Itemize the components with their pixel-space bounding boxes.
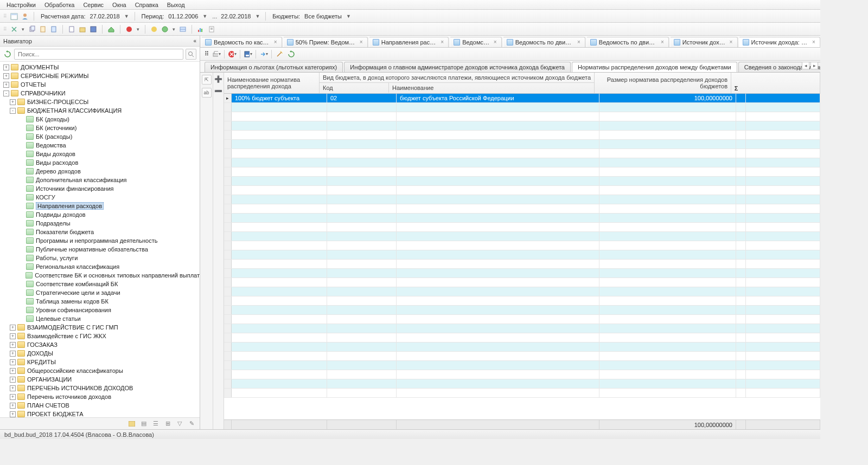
table-row[interactable] [224,195,820,204]
tree-node[interactable]: Работы, услуги [0,254,200,262]
tree-node[interactable]: +Взаимодействие с ГИС ЖКХ [0,332,200,340]
cell[interactable] [232,214,327,222]
cell[interactable] [599,214,736,222]
table-row[interactable]: ▸100% бюджет субъекта02бюджет субъекта Р… [224,94,820,103]
calendar-icon[interactable] [10,12,18,21]
table-row[interactable] [224,278,820,287]
cell[interactable] [397,343,599,351]
table-row[interactable] [224,140,820,149]
cell[interactable] [232,269,327,277]
report-icon[interactable] [207,25,216,34]
forward-icon[interactable]: ▾ [259,50,268,59]
twisty-icon[interactable]: + [10,403,16,409]
calc-date-value[interactable]: 27.02.2018 [90,13,120,20]
subtab[interactable]: Информация о главном администраторе дохо… [344,62,571,72]
gear-green-icon[interactable] [161,25,169,34]
cell[interactable] [397,333,599,342]
close-icon[interactable]: × [576,40,582,45]
twisty-icon[interactable]: + [10,385,16,391]
cell[interactable] [599,306,736,314]
doctab[interactable]: Источник дохода× [670,37,738,47]
table-row[interactable] [224,149,820,158]
cell[interactable] [397,370,599,379]
col-sigma[interactable]: Σ [731,73,741,93]
doctab[interactable]: 50% Прием: Ведомос...× [283,37,368,47]
cell[interactable] [397,103,599,112]
cell[interactable] [232,343,327,351]
cell[interactable] [599,112,736,121]
cell[interactable] [327,121,397,130]
cell[interactable] [327,324,397,333]
delete-icon[interactable]: ▾ [228,50,237,59]
period-from-dropdown[interactable]: ▼ [201,14,208,19]
cell[interactable] [232,306,327,314]
cell[interactable] [397,352,599,360]
table-row[interactable] [224,232,820,241]
period-to-dropdown[interactable]: ▼ [254,14,261,19]
tree-node[interactable]: +Общероссийские классификаторы [0,366,200,375]
tree-node[interactable]: Целевые статьи [0,314,200,323]
cell[interactable] [599,121,736,130]
table-row[interactable] [224,158,820,167]
table-row[interactable] [224,269,820,278]
tree-node[interactable]: +ДОХОДЫ [0,349,200,358]
tree-node[interactable]: +ВЗАИМОДЕЙСТВИЕ С ГИС ГМП [0,323,200,332]
subtab[interactable]: Нормативы распределения доходов между бю… [572,62,737,73]
cell[interactable] [397,361,599,370]
cell[interactable] [327,389,397,397]
tree-node[interactable]: Дополнительная классификация [0,176,200,184]
user-icon[interactable] [21,12,29,21]
cell[interactable] [599,149,736,158]
cell[interactable] [232,177,327,185]
calc-date-dropdown[interactable]: ▼ [123,14,130,19]
tree-node[interactable]: Соответствие БК и основных типовых напра… [0,271,200,280]
table-row[interactable] [224,389,820,398]
cell[interactable] [327,149,397,158]
paste-icon[interactable] [39,25,47,34]
table-row[interactable] [224,296,820,306]
cell[interactable] [327,112,397,121]
close-icon[interactable]: × [811,40,816,45]
cell[interactable] [599,269,736,277]
twisty-icon[interactable]: - [10,108,16,114]
cell[interactable] [232,296,327,305]
twisty-icon[interactable]: + [10,325,16,331]
menu-item[interactable]: Настройки [2,1,40,9]
cell[interactable] [599,177,736,185]
twisty-icon[interactable]: - [3,91,9,96]
menu-item[interactable]: Сервис [79,1,108,9]
twisty-icon[interactable]: + [10,333,16,339]
doc-open-icon[interactable] [78,25,87,34]
wand-icon[interactable] [275,50,284,59]
tree-node[interactable]: -БЮДЖЕТНАЯ КЛАССИФИКАЦИЯ [0,106,200,115]
tab-next[interactable]: ▸ [810,62,818,69]
cell[interactable] [232,370,327,379]
cell[interactable] [599,260,736,268]
cell[interactable] [327,103,397,112]
cell[interactable]: 100,00000000 [599,94,736,102]
cell[interactable] [327,167,397,176]
table-row[interactable] [224,112,820,121]
cell[interactable] [327,361,397,370]
tree-node[interactable]: Источники финансирования [0,184,200,193]
table-row[interactable] [224,333,820,343]
period-ellipsis[interactable]: ... [210,13,219,20]
collapse-all-icon[interactable]: ab [202,88,212,98]
tree-node[interactable]: БК (доходы) [0,115,200,124]
cell[interactable] [327,343,397,351]
twisty-icon[interactable]: + [10,99,16,105]
cell[interactable] [232,324,327,333]
cell[interactable] [397,315,599,324]
cut-icon[interactable] [10,25,18,34]
save-disk-icon[interactable] [89,25,98,34]
cell[interactable] [599,287,736,296]
cell[interactable] [327,250,397,259]
doctab[interactable]: Источник дохода: №...× [739,37,820,47]
cell[interactable] [397,389,599,397]
cell[interactable] [327,269,397,277]
cell[interactable] [397,250,599,259]
grid-body[interactable]: ▸100% бюджет субъекта02бюджет субъекта Р… [224,94,820,419]
add-row-icon[interactable]: ➕ [214,75,223,83]
cell[interactable] [397,296,599,305]
pin-icon[interactable]: ✎ [188,420,195,428]
